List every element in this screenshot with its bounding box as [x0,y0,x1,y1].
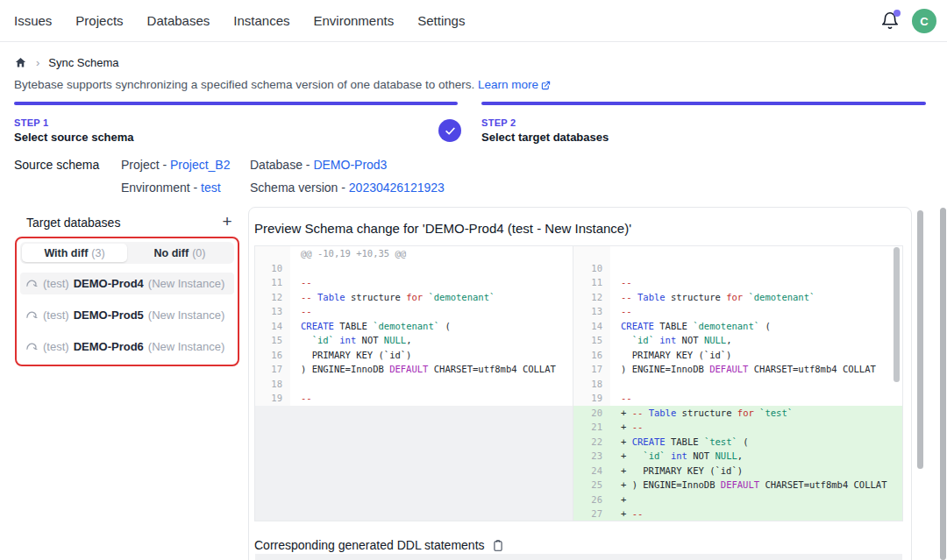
code-text: + `id` int NOT NULL, [610,449,902,464]
diff-line: 13-- [255,304,573,319]
diff-line: 24+ PRIMARY KEY (`id`) [573,464,902,478]
learn-more-link[interactable]: Learn more [478,78,538,91]
tab-with-diff-count: (3) [91,247,104,259]
project-link[interactable]: Project_B2 [170,158,230,172]
line-number: 12 [255,290,290,305]
schema-version-link[interactable]: 20230426121923 [349,181,445,195]
tab-with-diff[interactable]: With diff (3) [22,244,127,262]
line-number: 15 [255,333,290,348]
external-link-icon[interactable] [541,81,551,90]
nav-item-settings[interactable]: Settings [417,13,465,28]
nav-item-projects[interactable]: Projects [75,13,123,28]
diff-line: 16 PRIMARY KEY (`id`) [573,348,902,363]
notification-dot [894,10,901,17]
line-number: 15 [573,333,610,348]
code-text: `id` int NOT NULL, [290,333,573,348]
target-database-item-demo-prod6[interactable]: (test) DEMO-Prod6 (New Instance) [20,336,234,358]
mysql-dolphin-icon [25,308,39,322]
diff-line: 20+ -- Table structure for `test` [573,406,902,421]
db-env: (test) [43,277,69,290]
nav-menu: Issues Projects Databases Instances Envi… [0,13,465,28]
target-database-item-demo-prod5[interactable]: (test) DEMO-Prod5 (New Instance) [20,304,234,326]
diff-line: 11-- [573,275,902,290]
editor-scrollbar[interactable] [894,247,900,382]
line-number: 13 [255,304,290,319]
diff-line: 12-- Table structure for `demotenant` [255,290,573,305]
tab-no-diff-count: (0) [192,247,205,259]
copy-clipboard-icon[interactable] [492,539,504,552]
step1-progress-bar [14,102,458,105]
diff-line: 23+ `id` int NOT NULL, [573,449,902,464]
intro-description: Bytebase supports synchronizing a specif… [14,78,474,91]
home-icon[interactable] [14,56,27,69]
code-text [610,261,902,276]
diff-line: 14CREATE TABLE `demotenant` ( [255,319,573,334]
db-name: DEMO-Prod4 [74,277,144,290]
line-number: 11 [255,275,290,290]
code-text: + -- [610,420,902,435]
source-environment-field: Environment - test [121,181,221,195]
code-text: `id` int NOT NULL, [610,333,902,348]
line-number: 19 [573,391,610,406]
page-scrollbar[interactable] [940,208,946,560]
step1-label: STEP 1 [14,117,49,128]
diff-line: 14CREATE TABLE `demotenant` ( [573,319,902,334]
nav-item-issues[interactable]: Issues [14,13,52,28]
code-text: @@ -10,19 +10,35 @@ [290,246,573,261]
line-number: 22 [573,435,610,450]
code-text: -- Table structure for `demotenant` [610,290,902,305]
target-database-item-demo-prod4[interactable]: (test) DEMO-Prod4 (New Instance) [20,273,234,294]
diff-line: 11-- [255,275,573,290]
target-databases-title: Target databases [26,216,120,230]
line-number: 26 [573,493,610,507]
step2-label: STEP 2 [481,117,516,128]
environment-link[interactable]: test [201,181,221,195]
source-project-field: Project - Project_B2 [121,158,231,172]
code-text: -- Table structure for `demotenant` [290,290,573,305]
nav-item-databases[interactable]: Databases [147,13,210,28]
tab-no-diff-label: No diff [154,247,189,259]
diff-line: 21+ -- [573,420,902,435]
diff-pane-original: @@ -10,19 +10,35 @@1011--12-- Table stru… [255,246,573,521]
nav-right-group: C [880,0,936,42]
diff-line: 19-- [573,391,902,406]
database-link[interactable]: DEMO-Prod3 [313,158,387,172]
nav-item-environments[interactable]: Environments [313,13,394,28]
code-text [610,246,902,261]
code-text: -- [290,275,573,290]
diff-line: 12-- Table structure for `demotenant` [573,290,902,305]
code-text: -- [610,275,902,290]
db-name: DEMO-Prod6 [74,340,144,353]
tab-no-diff[interactable]: No diff (0) [127,244,232,262]
tab-with-diff-label: With diff [44,247,88,259]
environment-label: Environment - [121,181,201,195]
line-number: 19 [255,391,290,406]
code-text: + PRIMARY KEY (`id`) [610,464,902,478]
line-number: 14 [255,319,290,334]
diff-line: @@ -10,19 +10,35 @@ [255,246,573,261]
line-number: 13 [573,304,610,319]
code-text [290,261,573,276]
ddl-statements-heading: Corresponding generated DDL statements [254,538,504,552]
line-number: 16 [255,348,290,363]
code-text: + -- Table structure for `test` [610,406,902,421]
diff-line [573,246,902,261]
mysql-dolphin-icon [25,277,39,290]
code-text: CREATE TABLE `demotenant` ( [610,319,902,334]
line-number: 17 [573,362,610,377]
avatar[interactable]: C [912,9,936,33]
ddl-code-block [255,554,902,560]
nav-item-instances[interactable]: Instances [233,13,289,28]
code-text: ) ENGINE=InnoDB DEFAULT CHARSET=utf8mb4 … [290,362,573,377]
notification-bell-icon[interactable] [880,11,900,31]
database-label: Database - [250,158,313,172]
diff-line: 18 [573,377,902,392]
diff-filler [255,406,573,521]
diff-line: 22+ CREATE TABLE `test` ( [573,435,902,450]
add-target-database-button[interactable]: + [217,212,237,231]
panel-scrollbar[interactable] [917,210,923,469]
code-text: -- [610,304,902,319]
line-number: 10 [255,261,290,276]
code-text: + ) ENGINE=InnoDB DEFAULT CHARSET=utf8mb… [610,478,902,493]
db-suffix: (New Instance) [148,308,224,322]
